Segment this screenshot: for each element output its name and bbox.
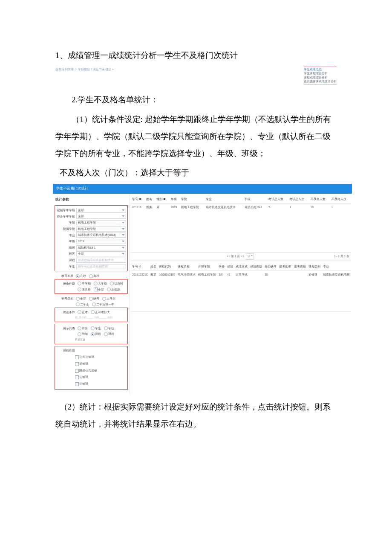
group-opt-3[interactable]: 切换时	[110, 281, 123, 287]
major-select[interactable]: 城市轨道交通机电技术(1014)	[76, 232, 126, 238]
ctype-opt-1[interactable]: 公共选修课	[75, 354, 126, 360]
ctype-opt-2[interactable]: 必修课	[75, 361, 126, 367]
detail-grid: 学号 ≑姓名课程代码 课程名称开课学院学分 成绩成绩形成成绩类型 是否缺考缓考批…	[131, 263, 351, 278]
group-label: 按条件剧	[56, 281, 76, 287]
class-label: 班级	[56, 245, 76, 251]
edu-type-label: 教育本质	[55, 273, 75, 279]
pager-prev[interactable]: « ‹	[227, 255, 231, 258]
crumb-item: 通识选修课成绩统计分析	[304, 80, 337, 83]
group-opt-2[interactable]: 无学期	[94, 281, 107, 287]
step-2-heading: 2.学生不及格名单统计：	[55, 91, 337, 108]
paragraph-stats: （2）统计：根据实际需要统计设定好对应的统计条件，点击统计按钮。则系统自动统计，…	[55, 398, 337, 433]
pager-page: 第 1 页	[231, 255, 240, 258]
breadcrumb-dropdown: 学生成绩汇总 学生课程综合分析 课程成绩综合分析 通识选修课成绩统计分析	[304, 67, 337, 84]
student-input[interactable]: 按学号或姓名模糊查询	[76, 264, 126, 269]
display-label: 展示列表	[56, 325, 76, 331]
group-opt-6[interactable]: 正选剧	[107, 287, 120, 293]
makeup-opt-4[interactable]: 二学余	[76, 302, 89, 308]
end-term-label: 终止学年学期	[56, 214, 76, 220]
dept-select[interactable]: 机电工程学院	[76, 227, 126, 232]
group-box: 按条件剧 年学期 无学期 切换时 未及格 全部 正选剧	[55, 279, 128, 294]
breadcrumb-left: 业务报到管理 ▷学籍信息 / 满足节案信息 »	[55, 67, 114, 73]
group-opt-4[interactable]: 未及格	[78, 287, 91, 293]
display-note: 只需双选	[56, 337, 126, 343]
filter-panel-title: 统计参数	[55, 196, 128, 203]
ctype-opt-3[interactable]: 限选公共选修	[75, 368, 126, 374]
conditions-box: 起始学年学期全部 终止学年学期全部 学院机电工程学院 院属学院机电工程学院 专业…	[55, 205, 128, 271]
college-label: 学院	[56, 220, 76, 226]
grade-select[interactable]: 2019	[76, 239, 126, 244]
makeup-opt-1[interactable]: 全部	[76, 296, 86, 302]
dept-label: 院属学院	[56, 226, 76, 232]
filter-label: 筛选条件	[56, 309, 76, 315]
ctype-opt-4[interactable]: 选修课	[75, 374, 126, 381]
group-opt-5[interactable]: 全部	[94, 287, 104, 293]
crumb-item: 学生课程综合分析	[304, 72, 328, 75]
step-1-heading: 1、成绩管理一成绩统计分析一学生不及格门次统计	[55, 47, 337, 64]
campus-select[interactable]: 全部	[76, 251, 126, 256]
edu-opt-enrolled[interactable]: 在校	[76, 273, 86, 279]
college-select[interactable]: 机电工程学院	[76, 220, 126, 225]
crumb-item-highlight: 学生成绩汇总	[304, 68, 322, 71]
paragraph-fail-count: 不及格人次（门次）：选择大于等于	[55, 164, 337, 181]
start-term-label: 起始学年学期	[56, 207, 76, 213]
group-opt-1[interactable]: 年学期	[78, 281, 91, 287]
major-label: 专业	[56, 232, 76, 238]
pager: « ‹ 第 1 页 › » 10 1 - 1 共 1 条	[131, 252, 351, 261]
pager-total: 1 - 1 共 1 条	[334, 253, 349, 259]
disp-opt-5[interactable]: 课程	[91, 331, 101, 337]
class-select[interactable]: 城轨机电19-1	[76, 245, 126, 250]
course-label: 课程	[56, 257, 76, 263]
filter-opt-2[interactable]: 正补考缺大	[91, 309, 110, 315]
app-titlebar: 学生不及格门次统计	[53, 184, 352, 194]
student-label: 学生	[56, 264, 76, 270]
summary-row[interactable]: 201916戴某男 2019机电工程学院城市轨道交通机电技术 城轨机电19-15…	[131, 203, 351, 211]
pager-next[interactable]: › »	[241, 255, 244, 258]
summary-grid: 学号 ≑姓名性别 ≑ 年级学院专业 班级考试总人数考试总人次 不及格人数不及格人…	[131, 195, 351, 211]
ctype-label: 课程性质	[56, 348, 76, 354]
end-term-select[interactable]: 全部	[76, 214, 126, 219]
paragraph-conditions: （1）统计条件设定: 起始学年学期跟终止学年学期（不选默认学生的所有学年学期）、…	[55, 111, 337, 162]
summary-header: 学号 ≑姓名性别 ≑ 年级学院专业 班级考试总人数考试总人次 不及格人数不及格人…	[131, 195, 351, 203]
course-input[interactable]: 按课程编号或名称模糊查询	[76, 258, 126, 263]
filter-opt-1[interactable]: 正考	[78, 309, 88, 315]
results-panel: 学号 ≑姓名性别 ≑ 年级学院专业 班级考试总人数考试总人次 不及格人数不及格人…	[130, 194, 352, 394]
app-screenshot: 学生不及格门次统计 统计参数 起始学年学期全部 终止学年学期全部 学院机电工程学…	[53, 184, 352, 394]
pager-size-select[interactable]: 10	[246, 253, 254, 260]
disp-opt-4[interactable]: 明细	[78, 331, 88, 337]
course-type-box: 课程性质 公共选修课 必修课 限选公共选修 选修课 选修课	[55, 346, 128, 390]
detail-header: 学号 ≑姓名课程代码 课程名称开课学院学分 成绩成绩形成成绩类型 是否缺考缓考批…	[131, 263, 351, 270]
filter-panel: 统计参数 起始学年学期全部 终止学年学期全部 学院机电工程学院 院属学院机电工程…	[53, 194, 130, 394]
ctype-opt-5[interactable]: 选修课	[75, 381, 126, 387]
makeup-label: 补考类别	[55, 296, 75, 302]
disp-opt-6[interactable]: 课程	[104, 331, 114, 337]
makeup-opt-3[interactable]: 正考余	[102, 296, 115, 302]
disp-opt-2[interactable]: 学生	[91, 325, 101, 331]
display-box: 展示列表 班级 学生 学位 明细 课程 课程 只需双选	[55, 324, 128, 344]
makeup-opt-2[interactable]: 缺考	[89, 296, 99, 302]
makeup-opt-5[interactable]: 二学后课一年	[92, 302, 114, 308]
filter-note: 剧_查小剧_____小剧______余剧	[56, 315, 126, 320]
detail-row[interactable]: 201910201C戴某1G20010305 电气绘图技术机电工程学院2.0 4…	[131, 270, 351, 278]
filter-box: 筛选条件 正考 正补考缺大 剧_查小剧_____小剧______余剧	[55, 308, 128, 322]
disp-opt-1[interactable]: 班级	[78, 325, 88, 331]
breadcrumb-strip: 业务报到管理 ▷学籍信息 / 满足节案信息 » 学生成绩汇总 学生课程综合分析 …	[55, 67, 337, 84]
campus-label: 校区	[56, 251, 76, 257]
edu-opt-left[interactable]: 离校	[89, 273, 99, 279]
start-term-select[interactable]: 全部	[76, 208, 126, 213]
crumb-item: 课程成绩综合分析	[304, 76, 328, 79]
disp-opt-3[interactable]: 学位	[104, 325, 114, 331]
grade-label: 年级	[56, 238, 76, 244]
